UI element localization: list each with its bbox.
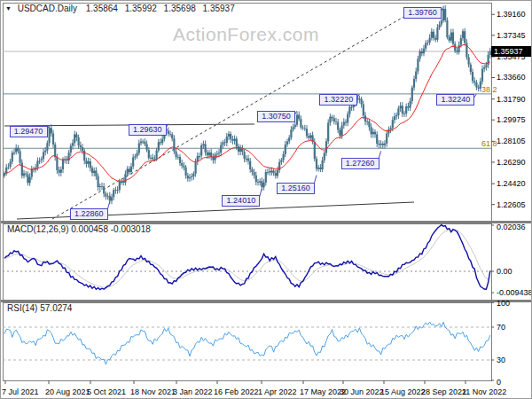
date-axis-label: 3 Jan 2022 [173,387,213,396]
date-axis-label: 16 Feb 2022 [214,387,259,396]
panel-border [4,224,492,301]
fibonacci-level-label: 61.8 [481,139,497,148]
rsi-panel[interactable] [3,322,491,364]
price-axis-label: 1.29975 [497,115,526,124]
price-annotation-label[interactable]: 1.22860 [70,208,108,220]
open-value: 1.35864 [86,4,118,13]
symbol-dropdown-icon[interactable]: ▼ [5,5,12,12]
price-axis-label: 1.33660 [497,73,526,82]
macd-panel[interactable] [3,225,491,290]
dashed-trendline[interactable] [52,12,411,219]
price-axis-label: 1.31790 [497,95,526,104]
rsi-axis-label: 30 [497,356,505,364]
price-annotation-label[interactable]: 1.29630 [129,124,167,136]
macd-axis-label: -0.009438 [497,288,532,297]
rsi-axis-label: 100 [497,299,510,308]
price-annotation-label[interactable]: 1.39760 [403,7,442,19]
date-axis-label: 5 Oct 2021 [87,387,126,396]
fibonacci-level-label: 38.2 [481,85,497,94]
close-value: 1.35937 [203,4,235,13]
price-panel[interactable] [3,5,491,219]
macd-axis-label: 0.00 [497,267,512,276]
price-axis-label: 1.22605 [497,200,526,209]
low-value: 1.35698 [164,4,196,13]
price-annotation-label[interactable]: 1.30750 [257,111,295,122]
high-value: 1.35992 [125,4,157,13]
price-annotation-label[interactable]: 1.29470 [10,126,48,137]
macd-indicator-label: MACD(12,26,9) 0.000458 -0.003018 [7,224,151,234]
forex-chart-window: ActionForex.com ▼ USDCAD.Daily 1.35864 1… [0,0,532,399]
price-axis-label: 1.28105 [497,137,526,145]
chart-canvas[interactable] [1,1,532,399]
panel-border [4,4,492,222]
date-axis-label: 11 Nov 2022 [462,387,506,396]
rsi-axis-label: 0 [497,378,501,387]
date-axis-label: 1 Apr 2022 [258,387,297,396]
chart-titlebar: ▼ USDCAD.Daily 1.35864 1.35992 1.35698 1… [5,4,239,13]
price-axis-label: 1.26290 [497,158,526,167]
price-annotation-label[interactable]: 1.32220 [319,94,357,106]
panel-border [4,303,492,381]
symbol-label: USDCAD.Daily [18,4,77,13]
rsi-axis-label: 70 [497,323,505,332]
price-annotation-label[interactable]: 1.27260 [341,158,379,169]
date-axis-label: 15 Aug 2022 [380,387,426,396]
price-axis-label: 1.24420 [497,179,526,188]
rsi-line [4,322,490,364]
price-annotation-label[interactable]: 1.32240 [436,94,474,106]
price-annotation-label[interactable]: 1.25160 [277,183,315,194]
rsi-indicator-label: RSI(14) 57.0274 [7,303,72,313]
price-annotation-label[interactable]: 1.24010 [222,195,260,207]
date-axis-label: 20 Aug 2021 [45,387,90,396]
date-axis-label: 7 Jul 2021 [2,387,39,396]
date-axis-label: 28 Sep 2022 [421,387,466,396]
current-price-tag: 1.35937 [491,46,532,57]
price-axis-label: 1.37345 [497,31,526,40]
date-axis-label: 18 Nov 2021 [130,387,176,396]
price-axis-label: 1.39160 [497,10,526,19]
date-axis-label: 30 Jun 2022 [340,387,384,396]
macd-axis-label: 0.02036 [497,223,526,231]
